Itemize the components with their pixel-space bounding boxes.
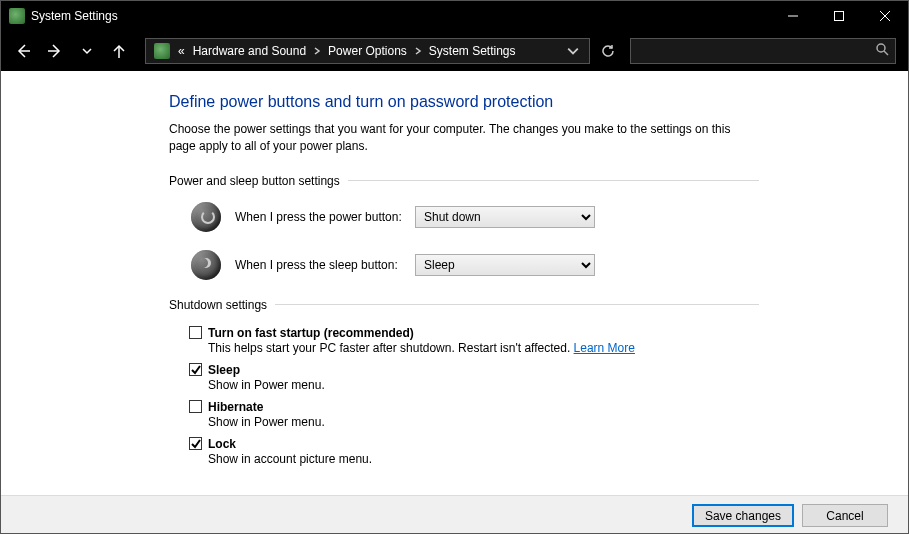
refresh-button[interactable] bbox=[596, 38, 620, 64]
power-button-row: When I press the power button: Shut down bbox=[191, 202, 759, 232]
navbar: « Hardware and Sound Power Options Syste… bbox=[1, 31, 908, 71]
search-input[interactable] bbox=[630, 38, 896, 64]
forward-button[interactable] bbox=[41, 37, 69, 65]
content-area: Define power buttons and turn on passwor… bbox=[1, 71, 908, 495]
sleep-button-row: When I press the sleep button: Sleep bbox=[191, 250, 759, 280]
section-shutdown-title: Shutdown settings bbox=[169, 298, 267, 312]
hibernate-label: Hibernate bbox=[208, 400, 263, 414]
close-button[interactable] bbox=[862, 1, 908, 31]
search-icon bbox=[876, 43, 889, 59]
power-icon bbox=[191, 202, 221, 232]
page-subtext: Choose the power settings that you want … bbox=[169, 121, 759, 156]
cancel-button[interactable]: Cancel bbox=[802, 504, 888, 527]
back-button[interactable] bbox=[9, 37, 37, 65]
sleep-option: Sleep Show in Power menu. bbox=[189, 363, 759, 392]
fast-startup-desc: This helps start your PC faster after sh… bbox=[208, 341, 759, 355]
app-icon bbox=[9, 8, 25, 24]
minimize-button[interactable] bbox=[770, 1, 816, 31]
lock-label: Lock bbox=[208, 437, 236, 451]
section-power-header: Power and sleep button settings bbox=[169, 174, 759, 188]
breadcrumb-item[interactable]: Power Options bbox=[324, 39, 411, 63]
chevron-right-icon[interactable] bbox=[411, 47, 425, 55]
section-shutdown-header: Shutdown settings bbox=[169, 298, 759, 312]
fast-startup-label: Turn on fast startup (recommended) bbox=[208, 326, 414, 340]
sleep-button-label: When I press the sleep button: bbox=[235, 258, 415, 272]
svg-rect-1 bbox=[835, 12, 844, 21]
sleep-label: Sleep bbox=[208, 363, 240, 377]
section-power-title: Power and sleep button settings bbox=[169, 174, 340, 188]
sleep-button-select[interactable]: Sleep bbox=[415, 254, 595, 276]
titlebar: System Settings bbox=[1, 1, 908, 31]
lock-option: Lock Show in account picture menu. bbox=[189, 437, 759, 466]
sleep-desc: Show in Power menu. bbox=[208, 378, 759, 392]
control-panel-icon bbox=[154, 43, 170, 59]
breadcrumb-prefix[interactable]: « bbox=[174, 39, 189, 63]
button-bar: Save changes Cancel bbox=[1, 495, 908, 534]
hibernate-option: Hibernate Show in Power menu. bbox=[189, 400, 759, 429]
up-button[interactable] bbox=[105, 37, 133, 65]
power-button-select[interactable]: Shut down bbox=[415, 206, 595, 228]
fast-startup-option: Turn on fast startup (recommended) This … bbox=[189, 326, 759, 355]
window-title: System Settings bbox=[31, 9, 118, 23]
chevron-right-icon[interactable] bbox=[310, 47, 324, 55]
breadcrumb-item[interactable]: Hardware and Sound bbox=[189, 39, 310, 63]
lock-checkbox[interactable] bbox=[189, 437, 202, 450]
power-button-label: When I press the power button: bbox=[235, 210, 415, 224]
address-history-dropdown[interactable] bbox=[561, 38, 585, 64]
address-bar[interactable]: « Hardware and Sound Power Options Syste… bbox=[145, 38, 590, 64]
lock-desc: Show in account picture menu. bbox=[208, 452, 759, 466]
sleep-checkbox[interactable] bbox=[189, 363, 202, 376]
recent-locations-button[interactable] bbox=[73, 37, 101, 65]
fast-startup-checkbox[interactable] bbox=[189, 326, 202, 339]
svg-line-8 bbox=[884, 51, 888, 55]
svg-point-7 bbox=[877, 44, 885, 52]
hibernate-desc: Show in Power menu. bbox=[208, 415, 759, 429]
maximize-button[interactable] bbox=[816, 1, 862, 31]
breadcrumb-item[interactable]: System Settings bbox=[425, 39, 520, 63]
hibernate-checkbox[interactable] bbox=[189, 400, 202, 413]
save-changes-button[interactable]: Save changes bbox=[692, 504, 794, 527]
sleep-icon bbox=[191, 250, 221, 280]
page-heading: Define power buttons and turn on passwor… bbox=[169, 93, 759, 111]
learn-more-link[interactable]: Learn More bbox=[574, 341, 635, 355]
